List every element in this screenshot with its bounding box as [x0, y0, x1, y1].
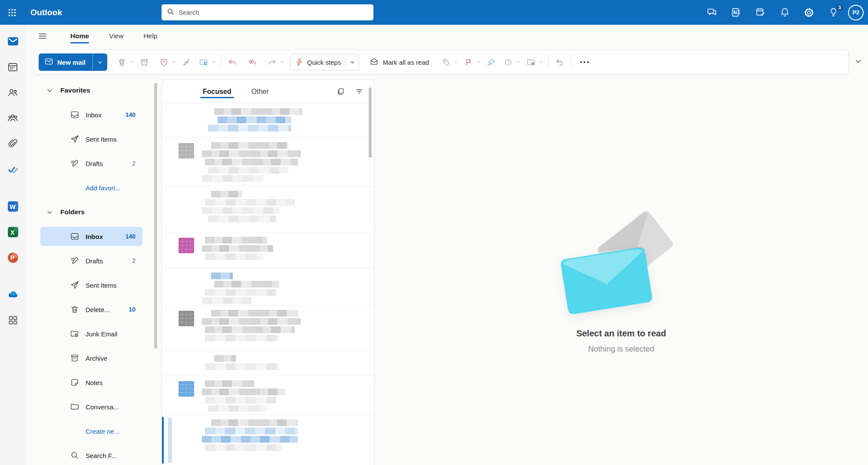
tab-view[interactable]: View [102, 28, 130, 44]
folder-item-deleted[interactable]: Delete... 10 [40, 300, 142, 319]
rules-dropdown-icon[interactable] [538, 58, 544, 66]
select-messages-icon[interactable] [337, 87, 345, 96]
mail-icon[interactable] [3, 32, 23, 51]
message-list-scrollbar[interactable] [369, 87, 372, 158]
folder-item-junk[interactable]: Junk Email [40, 324, 142, 343]
message-list-header: Focused Other [162, 80, 374, 104]
folder-item-sent[interactable]: Sent Items [40, 276, 142, 295]
filter-icon[interactable] [355, 87, 363, 96]
redacted-text-line [202, 245, 273, 252]
powerpoint-icon[interactable]: P [3, 248, 23, 267]
teams-chat-icon[interactable] [702, 3, 721, 22]
pin-button[interactable] [485, 54, 498, 70]
todo-icon[interactable] [3, 160, 23, 179]
favorite-item-inbox[interactable]: Inbox 140 [40, 105, 142, 124]
folder-pane-scrollbar[interactable] [154, 83, 157, 349]
forward-button[interactable] [265, 54, 279, 70]
settings-icon[interactable] [799, 3, 818, 22]
redacted-text-line [208, 216, 276, 223]
tab-help[interactable]: Help [136, 28, 164, 44]
favorites-section-header[interactable]: Favorites [40, 81, 142, 100]
folder-item-conversation-history[interactable]: Conversa... [40, 397, 142, 416]
redacted-text-line [202, 389, 285, 395]
quick-steps-dropdown-icon[interactable] [346, 60, 359, 65]
create-new-folder-link[interactable]: Create ne... [40, 422, 142, 441]
onedrive-icon[interactable] [3, 285, 23, 304]
redacted-text-line [202, 297, 251, 304]
flag-dropdown-icon[interactable] [476, 58, 481, 66]
account-avatar[interactable]: P2 [848, 5, 864, 20]
message-list-item[interactable] [162, 138, 374, 186]
more-apps-icon[interactable] [3, 311, 23, 330]
app-launcher-icon[interactable] [0, 0, 24, 25]
folder-item-inbox[interactable]: Inbox 140 [40, 227, 142, 246]
people-icon[interactable] [3, 83, 23, 102]
mark-all-as-read-button[interactable]: Mark all as read [365, 54, 433, 70]
message-list-item[interactable] [162, 232, 374, 268]
delete-button[interactable] [115, 54, 129, 70]
tab-other[interactable]: Other [251, 82, 270, 102]
tips-icon[interactable]: 3 [824, 3, 843, 22]
tag-button[interactable] [439, 54, 453, 70]
search-input[interactable] [178, 9, 368, 16]
folder-item-drafts[interactable]: Drafts 2 [40, 251, 142, 270]
reply-button[interactable] [225, 54, 239, 70]
hamburger-menu-icon[interactable] [34, 27, 51, 45]
undo-button[interactable] [553, 54, 567, 70]
message-list-item[interactable] [162, 186, 374, 232]
move-to-button[interactable] [197, 54, 211, 70]
flag-button[interactable] [462, 54, 475, 70]
new-mail-button[interactable]: New mail [39, 53, 107, 71]
report-dropdown-icon[interactable] [171, 58, 176, 66]
redacted-text-line [205, 199, 294, 206]
favorite-item-sent[interactable]: Sent Items [40, 130, 142, 149]
redacted-text-line [214, 355, 236, 362]
archive-button[interactable] [138, 54, 151, 70]
new-mail-dropdown[interactable] [92, 53, 107, 71]
search-folders-item[interactable]: Search F... [40, 446, 142, 465]
word-icon[interactable]: W [3, 197, 23, 216]
ribbon-toolbar: New mail [26, 47, 868, 79]
files-icon[interactable] [3, 134, 23, 153]
rules-button[interactable] [524, 54, 538, 70]
message-list-item[interactable] [162, 104, 374, 138]
reply-all-button[interactable] [245, 54, 259, 70]
redacted-text-line [214, 108, 302, 115]
message-list-item[interactable] [162, 376, 374, 415]
collapse-ribbon-icon[interactable] [855, 58, 862, 67]
search-box[interactable] [162, 4, 373, 20]
onenote-feed-icon[interactable] [726, 3, 746, 22]
message-list-item[interactable] [162, 306, 374, 351]
groups-icon[interactable] [3, 109, 23, 128]
tab-focused[interactable]: Focused [202, 82, 232, 102]
my-day-icon[interactable] [751, 3, 770, 22]
more-options-button[interactable] [576, 54, 593, 70]
message-list-item[interactable] [162, 351, 374, 376]
snooze-dropdown-icon[interactable] [515, 58, 521, 66]
selection-indicator [162, 417, 164, 464]
forward-dropdown-icon[interactable] [280, 58, 285, 66]
notifications-icon[interactable] [775, 3, 794, 22]
sweep-button[interactable] [180, 54, 193, 70]
sender-avatar [178, 238, 194, 253]
excel-icon[interactable]: X [3, 223, 23, 242]
new-mail-envelope-icon [44, 57, 53, 67]
tag-dropdown-icon[interactable] [453, 58, 459, 66]
quick-steps-bolt-icon [295, 58, 304, 66]
redacted-text-line [205, 335, 279, 342]
redacted-text-line [202, 175, 264, 182]
message-list-item[interactable] [162, 268, 374, 306]
tab-home[interactable]: Home [63, 28, 96, 44]
message-list-item[interactable] [162, 415, 374, 465]
folders-section-header[interactable]: Folders [40, 203, 142, 222]
delete-dropdown-icon[interactable] [129, 58, 134, 66]
quick-steps-button[interactable]: Quick steps [290, 54, 359, 70]
favorite-item-drafts[interactable]: Drafts 2 [40, 154, 142, 173]
folder-item-archive[interactable]: Archive [40, 349, 142, 368]
folder-item-notes[interactable]: Notes [40, 373, 142, 392]
report-button[interactable] [157, 54, 171, 70]
move-to-dropdown-icon[interactable] [211, 58, 216, 66]
calendar-icon[interactable] [3, 57, 23, 76]
add-favorite-link[interactable]: Add favori... [40, 178, 142, 197]
snooze-button[interactable] [502, 54, 515, 70]
